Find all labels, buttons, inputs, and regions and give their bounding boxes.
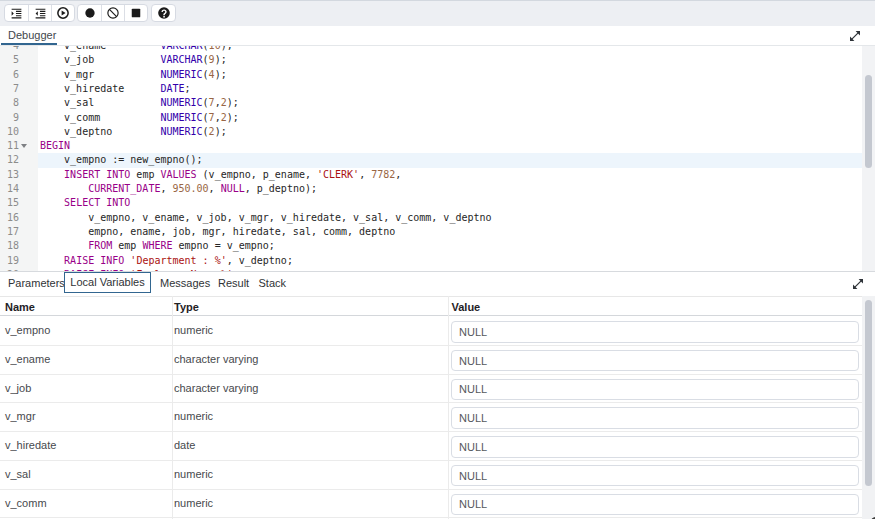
indent-arrow-left-icon (34, 7, 47, 20)
clear-all-breakpoints-button[interactable] (101, 5, 124, 21)
grid-scrollbar-track[interactable] (862, 296, 875, 519)
grid-scrollbar-thumb[interactable] (865, 300, 872, 486)
line-number: 5 (0, 53, 19, 67)
stop-square-icon (129, 6, 143, 20)
variable-name-cell: v_empno (5, 317, 50, 345)
variable-name-cell: v_comm (5, 490, 47, 518)
line-number: 14 (0, 182, 19, 196)
step-over-button[interactable] (28, 5, 51, 21)
variable-value-input[interactable] (451, 494, 860, 516)
table-row: v_mgrnumeric (0, 403, 875, 432)
variable-value-input[interactable] (451, 436, 860, 458)
code-line-14: CURRENT_DATE, 950.00, NULL, p_deptno); (40, 182, 317, 196)
column-header-name: Name (5, 297, 35, 317)
bottom-tabbar: ParametersLocal VariablesMessagesResultS… (0, 272, 875, 295)
tab-local-variables[interactable]: Local Variables (64, 272, 151, 293)
variable-type-cell: numeric (174, 317, 213, 345)
line-number: 11 (0, 139, 19, 153)
variable-type-cell: date (174, 432, 195, 460)
play-circle-icon (56, 6, 70, 20)
editor-scrollbar-track[interactable] (862, 46, 875, 271)
code-line-15: SELECT INTO (40, 196, 130, 210)
question-circle-icon (157, 6, 171, 20)
line-number: 17 (0, 225, 19, 239)
line-number: 15 (0, 196, 19, 210)
line-number: 10 (0, 125, 19, 139)
help-button[interactable] (152, 5, 175, 21)
code-line-16: v_empno, v_ename, v_job, v_mgr, v_hireda… (40, 211, 492, 225)
variable-value-input[interactable] (451, 321, 860, 343)
tab-stack[interactable]: Stack (259, 272, 287, 294)
expand-panel-icon[interactable] (848, 29, 862, 43)
continue-button[interactable] (51, 5, 74, 21)
variable-value-input[interactable] (451, 465, 860, 487)
table-row: v_salnumeric (0, 461, 875, 490)
variable-name-cell: v_hiredate (5, 432, 56, 460)
filled-circle-icon (83, 6, 97, 20)
expand-panel-icon[interactable] (851, 277, 865, 291)
column-header-type: Type (174, 297, 199, 317)
code-line-8: v_sal NUMERIC(7,2); (40, 96, 239, 110)
table-row: v_empnonumeric (0, 317, 875, 346)
active-tab-indicator (1, 43, 57, 45)
line-number: 13 (0, 168, 19, 182)
column-divider (172, 296, 173, 519)
line-number: 6 (0, 68, 19, 82)
variable-type-cell: numeric (174, 490, 213, 518)
debugger-window: Debugger 4567891011121314151617181920 v_… (0, 0, 875, 519)
code-line-11: BEGIN (40, 139, 70, 153)
code-line-4: v_ename VARCHAR(10); (40, 46, 233, 53)
panel-tabbar: Debugger (0, 26, 875, 46)
variable-value-input[interactable] (451, 407, 860, 429)
breakpoint-button-group (77, 4, 148, 22)
step-button-group (4, 4, 75, 22)
line-number: 12 (0, 153, 19, 167)
code-line-13: INSERT INTO emp VALUES (v_empno, p_ename… (40, 168, 401, 182)
code-line-5: v_job VARCHAR(9); (40, 53, 227, 67)
step-into-button[interactable] (5, 5, 28, 21)
toggle-breakpoint-button[interactable] (78, 5, 101, 21)
grid-header: Name Type Value (0, 296, 875, 316)
variable-name-cell: v_sal (5, 461, 31, 489)
debugger-bottom-panel: ParametersLocal VariablesMessagesResultS… (0, 271, 875, 519)
code-line-18: FROM emp WHERE empno = v_empno; (40, 239, 275, 253)
fold-marker-icon[interactable] (21, 144, 27, 148)
table-row: v_jobcharacter varying (0, 375, 875, 404)
code-line-17: empno, ename, job, mgr, hiredate, sal, c… (40, 225, 395, 239)
line-number: 8 (0, 96, 19, 110)
column-divider (448, 296, 449, 519)
stop-button[interactable] (124, 5, 147, 21)
variable-name-cell: v_mgr (5, 403, 36, 431)
code-line-12: v_empno := new_empno(); (40, 153, 203, 167)
indent-arrow-right-icon (10, 7, 23, 20)
local-variables-grid: Name Type Value v_empnonumericv_enamecha… (0, 296, 875, 519)
variable-type-cell: numeric (174, 403, 213, 431)
variable-type-cell: character varying (174, 346, 258, 374)
variable-name-cell: v_job (5, 375, 31, 403)
variable-name-cell: v_ename (5, 346, 50, 374)
table-row: v_hiredatedate (0, 432, 875, 461)
table-row: v_commnumeric (0, 490, 875, 519)
variable-type-cell: character varying (174, 375, 258, 403)
editor-scrollbar-thumb[interactable] (865, 75, 872, 168)
table-row: v_enamecharacter varying (0, 346, 875, 375)
tab-result[interactable]: Result (218, 272, 249, 294)
code-line-19: RAISE INFO 'Department : %', v_deptno; (40, 254, 293, 268)
code-line-6: v_mgr NUMERIC(4); (40, 68, 227, 82)
tab-messages[interactable]: Messages (160, 272, 210, 294)
code-editor[interactable]: 4567891011121314151617181920 v_ename VAR… (0, 46, 875, 271)
variable-value-input[interactable] (451, 350, 860, 372)
column-header-value: Value (452, 297, 481, 317)
code-line-10: v_deptno NUMERIC(2); (40, 125, 227, 139)
variable-value-input[interactable] (451, 379, 860, 401)
line-number: 9 (0, 111, 19, 125)
line-number: 18 (0, 239, 19, 253)
code-line-9: v_comm NUMERIC(7,2); (40, 111, 239, 125)
code-line-7: v_hiredate DATE; (40, 82, 191, 96)
debugger-toolbar (0, 0, 875, 26)
variable-type-cell: numeric (174, 461, 213, 489)
line-number: 16 (0, 211, 19, 225)
ban-icon (106, 6, 120, 20)
tab-parameters[interactable]: Parameters (8, 272, 65, 294)
line-number: 19 (0, 254, 19, 268)
